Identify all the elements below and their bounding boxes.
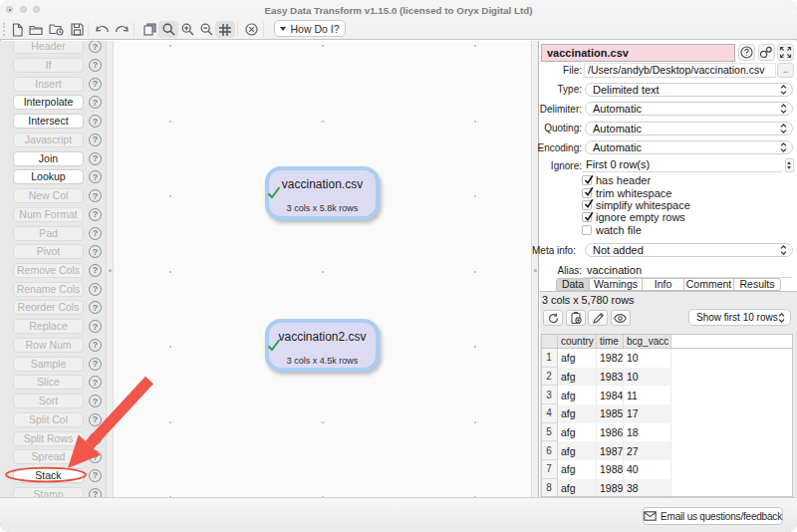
transform-button[interactable]: Split Col [13, 412, 84, 427]
links-button[interactable] [758, 44, 775, 62]
table-row[interactable]: 8afg198938 [542, 479, 793, 497]
help-icon[interactable]: ? [89, 78, 102, 91]
transform-button[interactable]: Insert [13, 77, 84, 92]
transform-button[interactable]: Slice [13, 375, 84, 390]
help-icon[interactable]: ? [89, 41, 102, 53]
browse-button[interactable]: .. [777, 63, 794, 78]
expand-button[interactable] [777, 44, 794, 62]
type-select[interactable]: Delimited text [585, 83, 793, 97]
checkbox-watch-file[interactable]: watch file [582, 224, 642, 235]
help-icon[interactable]: ? [89, 264, 102, 277]
quoting-select[interactable]: Automatic [585, 122, 793, 135]
checkbox-checked-icon[interactable] [582, 212, 592, 222]
help-icon[interactable]: ? [89, 413, 102, 426]
transform-button[interactable]: Replace [13, 319, 84, 334]
help-icon[interactable]: ? [89, 432, 102, 445]
refresh-button[interactable] [543, 310, 563, 326]
transform-button[interactable]: Reorder Cols [13, 300, 84, 315]
transform-button[interactable]: Stamp [13, 487, 84, 497]
column-header-time[interactable]: time [597, 335, 624, 349]
transform-button[interactable]: Num Format [13, 207, 84, 222]
flow-canvas[interactable]: vaccination.csv 3 cols x 5.8k rows vacci… [114, 41, 531, 497]
help-icon[interactable]: ? [89, 170, 102, 183]
transform-button[interactable]: If [13, 58, 84, 73]
help-icon[interactable]: ? [89, 96, 102, 109]
how-do-i-button[interactable]: How Do I? [274, 20, 346, 37]
transform-button[interactable]: Interpolate [13, 95, 84, 110]
tab-comment[interactable]: Comment [684, 278, 734, 292]
data-table[interactable]: countrytimebcg_vacc1afg1982102afg1983103… [541, 334, 794, 498]
transform-button[interactable]: Header [13, 41, 84, 54]
table-row[interactable]: 6afg198727 [542, 441, 793, 460]
transform-button[interactable]: Spread [13, 449, 84, 464]
undo-icon[interactable] [92, 21, 112, 38]
alias-field[interactable]: vaccination [584, 263, 792, 278]
node-vaccination-csv[interactable]: vaccination.csv 3 cols x 5.8k rows [265, 166, 380, 220]
help-icon[interactable]: ? [89, 283, 102, 296]
transform-button[interactable]: New Col [13, 188, 84, 203]
help-icon[interactable]: ? [89, 395, 102, 407]
zoom-in-icon[interactable] [177, 21, 197, 38]
rows-filter-select[interactable]: Show first 10 rows [688, 309, 791, 326]
tab-warnings[interactable]: Warnings [590, 278, 643, 292]
file-path-field[interactable]: /Users/andyb/Desktop/vaccination.csv [584, 63, 776, 79]
checkbox-has-header[interactable]: has header [582, 175, 651, 186]
transform-button[interactable]: Remove Cols [13, 263, 84, 278]
save-icon[interactable] [67, 21, 87, 38]
node-name-field[interactable]: vaccination.csv [541, 44, 735, 62]
help-icon[interactable]: ? [89, 152, 102, 165]
preview-button[interactable] [611, 310, 631, 326]
column-header-country[interactable]: country [558, 335, 597, 349]
transform-button[interactable]: Lookup [13, 169, 84, 184]
table-row[interactable]: 1afg198210 [542, 349, 793, 368]
tab-results[interactable]: Results [734, 278, 781, 292]
duplicate-icon[interactable] [139, 21, 159, 38]
help-icon[interactable]: ? [89, 227, 102, 240]
cancel-icon[interactable] [241, 21, 261, 38]
transform-button[interactable]: Javascript [13, 133, 84, 147]
help-icon[interactable]: ? [89, 301, 102, 314]
table-row[interactable]: 3afg198411 [542, 386, 793, 404]
checkbox-checked-icon[interactable] [582, 175, 592, 185]
transform-button[interactable]: Split Rows [13, 431, 84, 446]
transform-button[interactable]: Pad [13, 226, 84, 241]
help-icon[interactable]: ? [89, 450, 102, 463]
spinner-control[interactable] [785, 158, 794, 172]
email-feedback-button[interactable]: Email us questions/feedback [643, 507, 783, 525]
tab-info[interactable]: Info [643, 278, 684, 292]
open-file-icon[interactable] [26, 21, 46, 38]
transform-button[interactable]: Rename Cols [13, 282, 84, 297]
zoom-out-icon[interactable] [196, 21, 216, 38]
checkbox-checked-icon[interactable] [582, 200, 592, 210]
help-button[interactable] [738, 44, 755, 62]
toggle-grid-icon[interactable] [215, 21, 235, 38]
transform-button[interactable]: Sample [13, 357, 84, 372]
checkbox-unchecked-icon[interactable] [582, 225, 592, 235]
transform-button[interactable]: Pivot [13, 244, 84, 259]
select-mode-icon[interactable] [158, 21, 178, 38]
table-row[interactable]: 2afg198310 [542, 368, 793, 387]
transform-button[interactable]: Row Num [13, 338, 84, 353]
new-file-icon[interactable] [7, 21, 27, 38]
toolbar-drag-handle[interactable] [3, 23, 5, 36]
checkbox-ignore-empty-rows[interactable]: ignore empty rows [582, 212, 685, 223]
column-header-bcg_vacc[interactable]: bcg_vacc [624, 335, 671, 349]
table-row[interactable]: 4afg198517 [542, 404, 793, 423]
help-icon[interactable]: ? [89, 133, 102, 146]
meta-info-select[interactable]: Not added [585, 243, 793, 257]
spin-up-icon[interactable] [787, 161, 791, 164]
help-icon[interactable]: ? [89, 189, 102, 202]
help-icon[interactable]: ? [89, 339, 102, 352]
help-icon[interactable]: ? [89, 488, 102, 497]
help-icon[interactable]: ? [89, 115, 102, 128]
edit-button[interactable] [588, 310, 608, 326]
help-icon[interactable]: ? [89, 208, 102, 221]
ignore-rows-field[interactable]: First 0 row(s) [583, 158, 782, 172]
transform-button[interactable]: Stack [13, 468, 84, 483]
copy-button[interactable] [566, 310, 586, 326]
table-row[interactable]: 7afg198840 [542, 460, 793, 479]
help-icon[interactable]: ? [89, 376, 102, 389]
transform-button[interactable]: Intersect [13, 114, 84, 129]
help-icon[interactable]: ? [89, 469, 102, 482]
transform-button[interactable]: Sort [13, 394, 84, 408]
